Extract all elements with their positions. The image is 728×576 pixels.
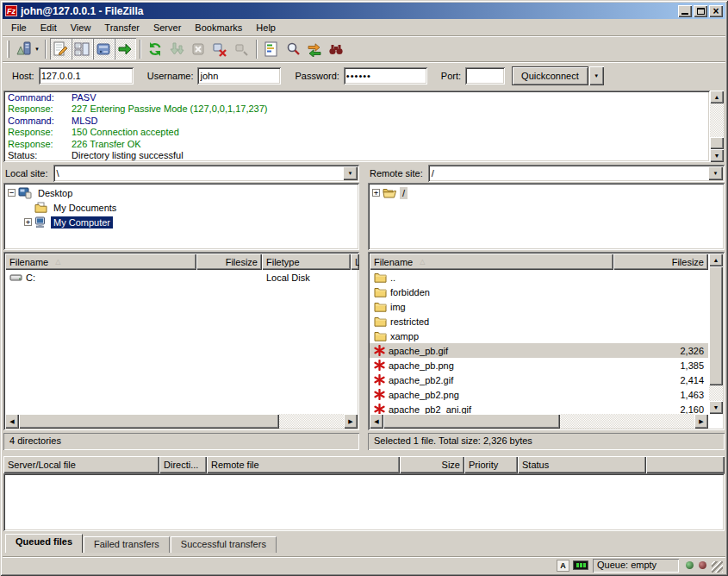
scroll-right-icon[interactable]: ▶	[344, 414, 358, 429]
tree-item-my-documents[interactable]: My Documents	[6, 200, 358, 215]
toggle-remote-tree-button[interactable]	[93, 38, 115, 59]
scroll-left-icon[interactable]: ◀	[5, 414, 19, 429]
reconnect-button[interactable]	[231, 38, 252, 59]
remote-site-dropdown-button[interactable]: ▼	[708, 166, 723, 180]
column-header-filename[interactable]: Filename△	[5, 254, 196, 270]
synchronized-browsing-button[interactable]	[326, 38, 347, 59]
scrollbar-track[interactable]	[710, 103, 724, 149]
menu-item-bookmarks[interactable]: Bookmarks	[188, 21, 249, 34]
scrollbar-track[interactable]	[19, 414, 344, 429]
file-search-button[interactable]	[283, 38, 304, 59]
file-row-forbidden[interactable]: forbidden	[370, 285, 708, 299]
scroll-down-icon[interactable]: ▼	[709, 401, 723, 414]
menu-item-server[interactable]: Server	[146, 21, 188, 34]
title-bar[interactable]: Fz john@127.0.0.1 - FileZilla ×	[3, 3, 725, 19]
resize-grip[interactable]	[712, 561, 723, 573]
scroll-down-icon[interactable]: ▼	[710, 149, 724, 162]
username-input[interactable]	[197, 67, 281, 85]
column-header-size[interactable]: Size	[400, 456, 464, 473]
host-input[interactable]	[39, 67, 134, 85]
toggle-message-log-button[interactable]	[50, 38, 72, 59]
expander-plus-icon[interactable]: +	[372, 189, 380, 197]
expander-minus-icon[interactable]: −	[8, 189, 16, 197]
scroll-up-icon[interactable]: ▲	[709, 254, 723, 266]
file-row-apache-pb2-png[interactable]: apache_pb2.png1,463	[370, 387, 708, 402]
column-header-direction[interactable]: Directi...	[159, 456, 207, 473]
quickconnect-button[interactable]: Quickconnect	[512, 66, 588, 85]
refresh-button[interactable]	[145, 38, 166, 59]
scrollbar-thumb[interactable]	[710, 137, 724, 149]
disconnect-button[interactable]	[209, 38, 231, 59]
file-row-[interactable]: ..	[370, 270, 708, 285]
file-row-xampp[interactable]: xampp	[370, 329, 708, 343]
transfer-type-icon[interactable]: A	[557, 560, 569, 572]
toolbar-grip[interactable]	[7, 41, 9, 58]
local-site-combo[interactable]: \ ▼	[53, 165, 359, 182]
menu-item-file[interactable]: File	[4, 21, 34, 34]
menu-item-edit[interactable]: Edit	[34, 21, 64, 34]
remote-horizontal-scrollbar[interactable]: ◀ ▶	[370, 414, 708, 429]
log-text: 150 Connection accepted	[72, 127, 179, 138]
column-header-filesize[interactable]: Filesize	[196, 254, 262, 270]
minimize-button[interactable]	[678, 5, 692, 17]
port-input[interactable]	[465, 67, 505, 85]
scroll-up-icon[interactable]: ▲	[710, 91, 724, 103]
file-row-c[interactable]: C:Local Disk	[5, 270, 358, 285]
tab-queued-files[interactable]: Queued files	[5, 534, 83, 553]
menu-item-view[interactable]: View	[64, 21, 98, 34]
file-row-img[interactable]: img	[370, 299, 708, 314]
filename-cell: apache_pb2_ani.gif	[370, 404, 613, 414]
site-manager-button[interactable]: ▼	[14, 38, 41, 59]
scrollbar-thumb[interactable]	[19, 414, 279, 429]
column-header-filler[interactable]	[646, 456, 725, 473]
speed-limits-icon[interactable]	[573, 560, 588, 570]
remotetree-icon	[96, 41, 111, 57]
remote-vertical-scrollbar[interactable]: ▲ ▼	[709, 254, 723, 414]
column-header-last-modified[interactable]: L	[351, 254, 359, 270]
maximize-button[interactable]	[694, 5, 707, 17]
message-log-scrollbar[interactable]: ▲ ▼	[710, 91, 724, 162]
column-header-server-local-file[interactable]: Server/Local file	[3, 456, 159, 473]
compare-directories-button[interactable]	[304, 38, 326, 59]
column-header-filename[interactable]: Filename△	[370, 254, 613, 270]
filter-button[interactable]	[261, 38, 283, 59]
cancel-button[interactable]	[188, 38, 209, 59]
process-queue-button[interactable]	[166, 38, 188, 59]
file-row-apache-pb-gif[interactable]: apache_pb.gif2,326	[370, 343, 708, 358]
column-header-filetype[interactable]: Filetype	[262, 254, 351, 270]
tree-item-[interactable]: +/	[370, 185, 723, 200]
local-site-dropdown-button[interactable]: ▼	[343, 166, 358, 180]
scrollbar-thumb[interactable]	[383, 414, 560, 429]
file-row-apache-pb-png[interactable]: apache_pb.png1,385	[370, 358, 708, 373]
remote-site-combo[interactable]: / ▼	[428, 165, 725, 182]
scroll-left-icon[interactable]: ◀	[370, 414, 383, 429]
column-header-priority[interactable]: Priority	[464, 456, 518, 473]
file-row-restricted[interactable]: restricted	[370, 314, 708, 329]
maximize-icon	[697, 8, 705, 15]
local-horizontal-scrollbar[interactable]: ◀ ▶	[5, 414, 358, 429]
toggle-local-tree-button[interactable]	[72, 38, 93, 59]
tab-successful-transfers[interactable]: Successful transfers	[171, 536, 277, 553]
scrollbar-thumb[interactable]	[709, 266, 723, 385]
password-input[interactable]	[344, 67, 427, 85]
close-button[interactable]: ×	[709, 5, 723, 17]
menu-item-transfer[interactable]: Transfer	[97, 21, 146, 34]
column-header-status[interactable]: Status	[518, 456, 646, 473]
chevron-down-icon[interactable]: ▼	[34, 47, 40, 52]
file-row-apache-pb2-ani-gif[interactable]: apache_pb2_ani.gif2,160	[370, 402, 708, 414]
scroll-right-icon[interactable]: ▶	[694, 414, 708, 429]
tree-item-my-computer[interactable]: +My Computer	[6, 215, 358, 229]
file-row-apache-pb2-gif[interactable]: apache_pb2.gif2,414	[370, 373, 708, 387]
quickconnect-dropdown-button[interactable]: ▼	[589, 66, 604, 85]
tab-failed-transfers[interactable]: Failed transfers	[84, 536, 170, 553]
expander-plus-icon[interactable]: +	[24, 218, 32, 226]
toggle-queue-button[interactable]	[115, 38, 136, 59]
scrollbar-track[interactable]	[709, 266, 723, 401]
filename-cell: img	[370, 301, 613, 312]
tree-item-desktop[interactable]: −Desktop	[6, 185, 358, 200]
menu-item-help[interactable]: Help	[249, 21, 283, 34]
column-header-filesize[interactable]: Filesize	[613, 254, 708, 270]
column-header-remote-file[interactable]: Remote file	[207, 456, 400, 473]
scrollbar-track[interactable]	[383, 414, 694, 429]
column-header-label: Server/Local file	[8, 460, 76, 470]
